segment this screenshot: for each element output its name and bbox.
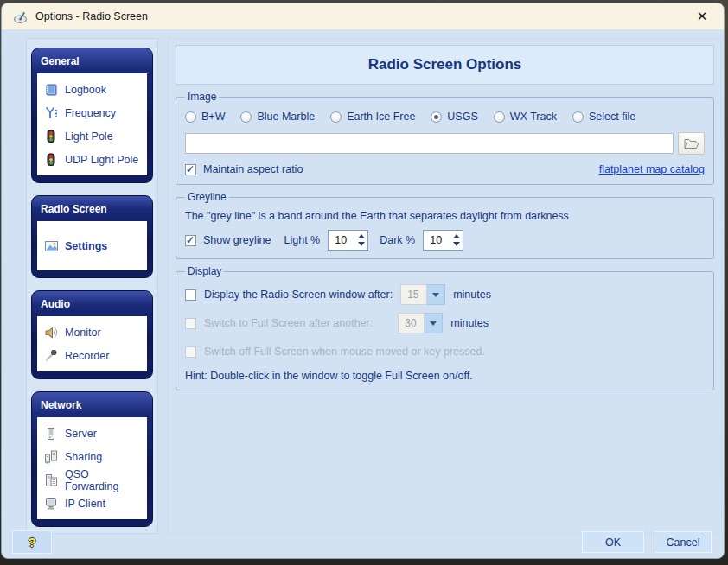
page-title: Radio Screen Options (176, 45, 714, 85)
switch-fullscreen-label: Switch to Full Screen after another: (204, 317, 373, 329)
forwarding-icon (44, 473, 59, 487)
sidebar-section-general: GeneralLogbookFrequencyLight PoleUDP Lig… (31, 48, 153, 183)
spinner-arrows[interactable] (450, 231, 463, 250)
radio-option-usgs[interactable]: USGS (431, 111, 477, 123)
help-button[interactable]: ? (12, 530, 52, 554)
display-after-minutes-combo[interactable]: 15 (400, 284, 445, 305)
radio-button-icon (431, 111, 442, 123)
sidebar-item-server[interactable]: Server (40, 422, 144, 445)
sidebar-item-label: UDP Light Pole (65, 154, 138, 166)
traffic-light-icon (44, 152, 59, 167)
display-group-legend: Display (185, 265, 224, 277)
sidebar-item-logbook[interactable]: Logbook (40, 78, 144, 101)
greyline-group-legend: Greyline (185, 191, 229, 203)
main-panel: Radio Screen Options Image B+WBlue Marbl… (168, 38, 722, 534)
image-group-legend: Image (185, 91, 219, 103)
spin-down-icon[interactable] (453, 242, 460, 246)
section-items: MonitorRecorder (37, 316, 147, 371)
sidebar-item-ip-client[interactable]: IP Client (40, 492, 144, 515)
server-icon (44, 426, 59, 441)
switch-fullscreen-checkbox[interactable] (185, 318, 196, 329)
sidebar: GeneralLogbookFrequencyLight PoleUDP Lig… (26, 38, 158, 534)
show-greyline-checkbox[interactable]: Show greyline (185, 234, 271, 246)
sidebar-item-sharing[interactable]: Sharing (40, 445, 144, 468)
dark-percent-spinner[interactable]: 10 (423, 230, 463, 251)
greyline-group: Greyline The "grey line" is a band aroun… (176, 191, 714, 259)
logbook-icon (44, 82, 59, 97)
spinner-arrows[interactable] (354, 231, 367, 250)
radio-option-label: WX Track (510, 111, 557, 123)
sidebar-item-label: Light Pole (65, 130, 113, 143)
radio-option-b-w[interactable]: B+W (185, 111, 225, 123)
window-title: Options - Radio Screen (35, 10, 148, 22)
radio-button-icon (494, 111, 505, 123)
sidebar-item-label: Recorder (65, 350, 109, 362)
close-icon[interactable]: ✕ (692, 6, 712, 27)
radio-button-icon (185, 111, 196, 123)
radio-option-blue-marble[interactable]: Blue Marble (240, 111, 315, 123)
microphone-icon (44, 348, 59, 363)
speaker-icon (44, 325, 59, 340)
radio-button-icon (572, 111, 584, 123)
light-percent-spinner[interactable]: 10 (328, 230, 368, 251)
sidebar-item-light-pole[interactable]: Light Pole (40, 124, 144, 148)
radio-option-label: USGS (447, 111, 477, 123)
display-window-checkbox[interactable] (185, 289, 196, 301)
cancel-button[interactable]: Cancel (655, 531, 712, 553)
options-dialog: Options - Radio Screen ✕ GeneralLogbookF… (1, 3, 725, 559)
sidebar-item-label: Logbook (65, 84, 106, 96)
section-items: ServerSharingQSO ForwardingIP Client (37, 417, 147, 519)
display-group: Display Display the Radio Screen window … (176, 265, 714, 390)
sidebar-section-radio-screen: Radio ScreenSettings (31, 195, 153, 278)
browse-button[interactable] (678, 132, 705, 155)
maintain-aspect-ratio-checkbox[interactable]: Maintain aspect ratio (185, 163, 303, 175)
radio-option-earth-ice-free[interactable]: Earth Ice Free (330, 111, 415, 123)
app-icon (13, 10, 28, 24)
fullscreen-after-minutes-combo[interactable]: 30 (398, 313, 443, 333)
display-window-label: Display the Radio Screen window after: (204, 289, 393, 301)
sidebar-item-settings[interactable]: Settings (40, 234, 144, 257)
sidebar-item-udp-light-pole[interactable]: UDP Light Pole (40, 148, 144, 171)
combo-dropdown-button[interactable] (427, 284, 445, 305)
sidebar-section-audio: AudioMonitorRecorder (31, 290, 153, 379)
chevron-down-icon (430, 321, 437, 326)
light-percent-value: 10 (329, 231, 354, 250)
spin-up-icon[interactable] (453, 234, 460, 238)
fullscreen-hint: Hint: Double-click in the window to togg… (185, 370, 705, 382)
ok-button[interactable]: OK (582, 531, 644, 553)
section-items: LogbookFrequencyLight PoleUDP Light Pole (37, 73, 147, 175)
radio-option-select-file[interactable]: Select file (572, 111, 635, 123)
chevron-down-icon (432, 293, 439, 297)
sidebar-item-frequency[interactable]: Frequency (40, 101, 144, 124)
title-bar: Options - Radio Screen ✕ (2, 3, 724, 29)
minutes-label: minutes (453, 289, 491, 301)
radio-option-label: Earth Ice Free (347, 111, 415, 123)
radio-option-wx-track[interactable]: WX Track (494, 111, 557, 123)
sidebar-item-label: Server (65, 428, 97, 440)
image-group: Image B+WBlue MarbleEarth Ice FreeUSGSWX… (176, 91, 714, 185)
sidebar-item-recorder[interactable]: Recorder (40, 344, 144, 367)
traffic-light-icon (44, 129, 59, 143)
image-source-options: B+WBlue MarbleEarth Ice FreeUSGSWX Track… (185, 105, 705, 132)
sidebar-item-monitor[interactable]: Monitor (40, 321, 144, 344)
spin-up-icon[interactable] (358, 234, 365, 238)
combo-dropdown-button[interactable] (425, 313, 443, 333)
radio-button-icon (240, 111, 252, 123)
switch-off-fullscreen-checkbox[interactable] (185, 346, 196, 358)
spin-down-icon[interactable] (358, 242, 365, 246)
sharing-icon (44, 449, 59, 464)
radio-button-icon (330, 111, 342, 123)
flatplanet-map-catalog-link[interactable]: flatplanet map catalog (599, 163, 705, 175)
greyline-description: The "grey line" is a band around the Ear… (185, 205, 705, 230)
minutes-label: minutes (450, 317, 489, 329)
show-greyline-label: Show greyline (203, 234, 271, 246)
section-items: Settings (37, 221, 147, 270)
display-after-minutes-value: 15 (400, 284, 427, 305)
image-file-input[interactable] (185, 133, 674, 154)
checkbox-icon (185, 235, 196, 246)
antenna-icon (44, 105, 59, 120)
ip-client-icon (44, 496, 59, 511)
maintain-aspect-ratio-label: Maintain aspect ratio (203, 163, 303, 175)
dark-percent-label: Dark % (380, 234, 415, 246)
sidebar-item-qso-forwarding[interactable]: QSO Forwarding (40, 468, 144, 492)
